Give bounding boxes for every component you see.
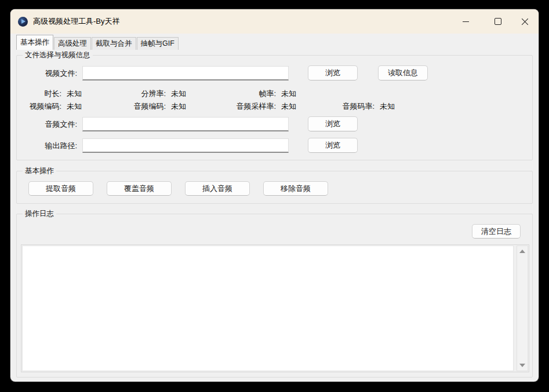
info-video-codec-value: 未知	[67, 102, 82, 111]
info-duration: 时长: 未知	[17, 89, 82, 98]
video-file-label: 视频文件:	[28, 69, 77, 78]
read-info-button[interactable]: 读取信息	[378, 65, 428, 80]
group-basic-operations-title: 基本操作	[23, 167, 56, 175]
audio-file-input[interactable]	[82, 117, 289, 131]
play-icon	[21, 19, 26, 24]
maximize-button[interactable]	[485, 12, 511, 31]
info-resolution: 分辨率: 未知	[92, 89, 186, 98]
info-sample-rate-value: 未知	[281, 102, 296, 111]
info-resolution-label: 分辨率:	[141, 89, 166, 98]
info-audio-codec-value: 未知	[171, 102, 186, 111]
tab-bar: 基本操作 高级处理 截取与合并 抽帧与GIF	[16, 35, 179, 50]
scroll-up-icon[interactable]	[519, 250, 525, 253]
extract-audio-button[interactable]: 提取音频	[28, 181, 93, 196]
overwrite-audio-button[interactable]: 覆盖音频	[107, 181, 172, 196]
window-titlebar[interactable]: 高级视频处理工具-By天祥	[10, 9, 539, 34]
close-button[interactable]	[511, 12, 538, 31]
insert-audio-button[interactable]: 插入音频	[185, 181, 250, 196]
info-duration-label: 时长:	[44, 89, 61, 98]
group-operation-log: 操作日志 清空日志	[16, 214, 533, 378]
info-resolution-value: 未知	[171, 89, 186, 98]
remove-audio-button[interactable]: 移除音频	[263, 181, 328, 196]
tab-basic-operations[interactable]: 基本操作	[16, 35, 53, 50]
info-audio-bitrate-label: 音频码率:	[342, 102, 375, 111]
info-sample-rate: 音频采样率: 未知	[191, 102, 296, 111]
tab-frames-and-gif[interactable]: 抽帧与GIF	[137, 37, 179, 50]
tab-advanced-processing[interactable]: 高级处理	[54, 37, 91, 50]
app-icon	[18, 17, 28, 27]
tab-clip-and-merge[interactable]: 截取与合并	[92, 37, 136, 50]
info-video-codec-label: 视频编码:	[29, 102, 61, 111]
window-title: 高级视频处理工具-By天祥	[33, 16, 120, 27]
clear-log-button[interactable]: 清空日志	[472, 224, 521, 239]
output-browse-button[interactable]: 浏览	[308, 138, 358, 153]
video-browse-button[interactable]: 浏览	[308, 65, 358, 80]
close-icon	[521, 18, 529, 25]
info-video-codec: 视频编码: 未知	[17, 102, 82, 111]
info-sample-rate-label: 音频采样率:	[236, 102, 276, 111]
info-audio-codec-label: 音频编码:	[133, 102, 166, 111]
group-file-selection: 文件选择与视频信息 视频文件: 浏览 读取信息 时长: 未知 分辨率: 未知 帧…	[16, 55, 533, 160]
app-window: 高级视频处理工具-By天祥 基本操作 高级处理 截取与合并 抽帧与GIF 文件选…	[10, 9, 539, 382]
log-textarea[interactable]	[22, 246, 514, 371]
info-audio-bitrate-value: 未知	[380, 102, 395, 111]
group-basic-operations: 基本操作 提取音频 覆盖音频 插入音频 移除音频	[16, 171, 533, 204]
info-audio-bitrate: 音频码率: 未知	[307, 102, 395, 111]
info-framerate: 帧率: 未知	[208, 89, 296, 98]
log-scrollbar[interactable]	[517, 246, 528, 371]
output-path-input[interactable]	[82, 138, 289, 153]
log-container	[21, 244, 529, 372]
info-audio-codec: 音频编码: 未知	[92, 102, 186, 111]
group-file-selection-title: 文件选择与视频信息	[23, 51, 93, 60]
info-duration-value: 未知	[67, 89, 82, 98]
video-file-input[interactable]	[82, 66, 289, 80]
minimize-icon	[463, 21, 469, 22]
info-framerate-value: 未知	[281, 89, 296, 98]
minimize-button[interactable]	[452, 12, 479, 31]
audio-browse-button[interactable]: 浏览	[308, 116, 358, 131]
maximize-icon	[495, 18, 501, 25]
group-operation-log-title: 操作日志	[23, 210, 56, 218]
output-path-label: 输出路径:	[28, 141, 77, 151]
scroll-down-icon[interactable]	[519, 364, 525, 367]
info-framerate-label: 帧率:	[259, 89, 276, 98]
audio-file-label: 音频文件:	[28, 120, 77, 129]
